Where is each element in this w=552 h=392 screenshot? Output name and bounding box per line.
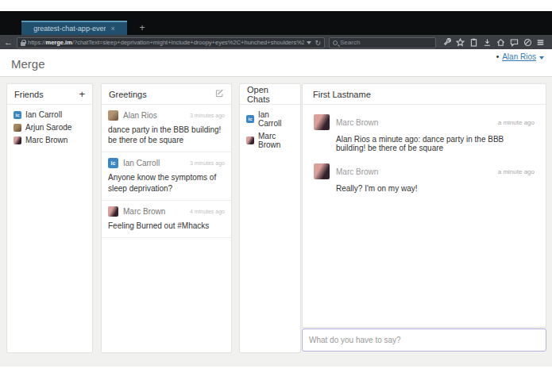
browser-tab-bar: greatest-chat-app-ever × + [0,11,552,35]
greeting-author: Marc Brown [123,207,165,216]
user-menu-link[interactable]: Alan Rios [502,52,536,61]
url-dropdown-icon[interactable] [307,41,311,44]
chat-author: Marc Brown [336,167,378,176]
friend-item[interactable]: Marc Brown [14,136,86,144]
screenshot-root: greatest-chat-app-ever × + ← https://mer… [0,0,552,392]
friend-item[interactable]: Arjun Sarode [14,123,86,132]
avatar [108,110,118,121]
greeting-text: dance party in the BBB building! be ther… [108,125,225,145]
greeting-author: Alan Rios [123,111,157,120]
avatar: ic [14,111,21,119]
greeting-message: Marc Brown 4 minutes ago Feeling Burned … [102,201,231,238]
open-chat-name: Marc Brown [258,132,294,149]
avatar [246,136,254,144]
tab-title: greatest-chat-app-ever [33,25,106,33]
chat-message: Marc Brown a minute ago Really? I'm on m… [303,154,546,194]
url-bar[interactable]: https://merge.im/?chatText=sleep+depriva… [17,37,325,48]
friend-item[interactable]: ic Ian Carroll [14,110,86,119]
chevron-down-icon [539,56,544,60]
browser-search-box[interactable] [329,37,436,48]
greeting-timestamp: 4 minutes ago [190,209,225,214]
avatar [314,163,330,179]
avatar [108,206,118,217]
open-chat-name: Ian Carroll [258,110,294,128]
chat-message: Marc Brown a minute ago Alan Rios a minu… [303,105,546,154]
chat-author: Marc Brown [336,118,378,127]
chat-timestamp: a minute ago [498,168,535,175]
friend-name: Marc Brown [25,136,68,144]
greeting-timestamp: 3 minutes ago [190,113,225,118]
friend-name: Ian Carroll [25,110,62,119]
badge-icon[interactable] [523,38,532,48]
greetings-panel: Greetings Alan Rios 3 minutes ago dance … [101,83,232,353]
chat-text: Really? I'm on my way! [336,184,535,193]
user-menu[interactable]: • Alan Rios [496,52,544,61]
wrench-icon[interactable] [442,38,452,48]
add-friend-button[interactable]: + [79,89,85,99]
greeting-message: Alan Rios 3 minutes ago dance party in t… [102,105,231,152]
greeting-message: ic Ian Carroll 3 minutes ago Anyone know… [102,152,231,200]
friend-name: Arjun Sarode [25,123,71,132]
browser-search-input[interactable] [340,39,432,46]
avatar [14,136,21,144]
chat-panel: First Lastname Marc Brown a minute ago A… [302,83,546,328]
app-header: Merge • Alan Rios [0,49,552,77]
greeting-text: Anyone know the symptoms of sleep depriv… [108,172,225,193]
search-icon [333,40,338,45]
friends-panel: Friends + ic Ian Carroll Arjun Sarode Ma… [6,83,93,353]
avatar: ic [108,158,118,168]
greeting-author: Ian Carroll [123,159,160,167]
brand: Merge [11,57,45,71]
browser-tab-active[interactable]: greatest-chat-app-ever × [21,21,127,35]
avatar [14,124,21,132]
chat-title: First Lastname [313,90,371,99]
star-icon[interactable] [456,38,465,48]
chat-text: Alan Rios a minute ago: dance party in t… [336,135,535,152]
chat-bubble-icon[interactable] [509,38,519,48]
browser-navbar: ← https://merge.im/?chatText=sleep+depri… [0,35,552,50]
open-chats-title: Open Chats [247,85,293,104]
menu-icon[interactable] [536,38,546,48]
back-icon[interactable]: ← [4,38,13,47]
download-icon[interactable] [483,38,492,48]
reload-icon[interactable]: ↻ [315,39,321,47]
compose-icon[interactable] [215,89,224,99]
tab-close-icon[interactable]: × [110,25,114,33]
clipboard-icon[interactable] [469,38,479,48]
open-chats-panel: Open Chats ic Ian Carroll Marc Brown [239,83,301,353]
open-chat-item[interactable]: Marc Brown [246,132,294,149]
greeting-timestamp: 3 minutes ago [190,160,225,166]
user-menu-bullet: • [496,52,500,61]
greeting-text: Feeling Burned out #Mhacks [108,221,225,231]
greetings-title: Greetings [109,90,147,99]
new-tab-button[interactable]: + [135,21,149,35]
chat-message-input[interactable] [302,329,546,352]
friends-title: Friends [14,90,44,99]
avatar: ic [246,115,254,123]
url-text: https://merge.im/?chatText=sleep+depriva… [28,39,304,46]
lock-icon [21,42,25,46]
browser-toolbar [440,38,548,48]
chat-timestamp: a minute ago [498,119,535,126]
avatar [314,114,330,130]
open-chat-item[interactable]: ic Ian Carroll [246,110,294,128]
home-icon[interactable] [496,38,505,48]
